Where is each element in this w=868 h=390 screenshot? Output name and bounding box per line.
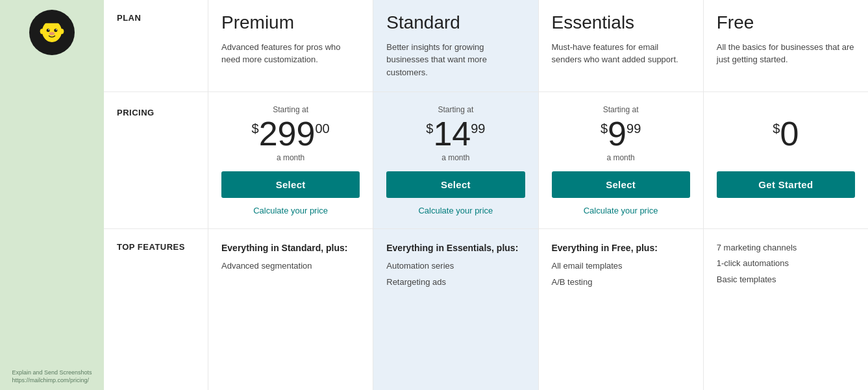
premium-plan-desc: Advanced features for pros who need more… xyxy=(221,41,360,66)
essentials-starting-at: Starting at xyxy=(603,105,639,114)
free-feature-0: 7 marketing channels xyxy=(717,242,855,254)
free-plan-desc: All the basics for businesses that are j… xyxy=(717,41,855,66)
premium-price-period: a month xyxy=(277,153,304,162)
premium-header: Premium Advanced features for pros who n… xyxy=(208,0,373,91)
premium-pricing: Starting at $ 299 00 a month Select Calc… xyxy=(208,92,373,228)
svg-point-0 xyxy=(42,21,62,42)
standard-feature-0: Automation series xyxy=(386,260,525,272)
main-layout: Explain and Send Screenshotshttps://mail… xyxy=(0,0,868,390)
top-features-label-text: TOP FEATURES xyxy=(117,242,185,252)
standard-features: Everything in Essentials, plus: Automati… xyxy=(373,229,538,390)
free-pricing: Starting at $ 0 a month Get Started xyxy=(703,92,868,228)
svg-point-1 xyxy=(47,29,50,32)
essentials-features-heading: Everything in Free, plus: xyxy=(552,242,690,254)
free-get-started-button[interactable]: Get Started xyxy=(717,171,855,198)
free-feature-1: 1-click automations xyxy=(717,258,855,269)
standard-plan-name: Standard xyxy=(386,13,525,33)
plan-row-label: PLAN xyxy=(104,0,208,91)
svg-point-5 xyxy=(49,32,55,35)
features-row: TOP FEATURES Everything in Standard, plu… xyxy=(104,229,868,390)
svg-rect-9 xyxy=(45,18,58,23)
essentials-price-period: a month xyxy=(606,153,634,162)
standard-price-cents: 99 xyxy=(471,122,485,135)
pricing-table: PLAN Premium Advanced features for pros … xyxy=(104,0,868,390)
essentials-plan-desc: Must-have features for email senders who… xyxy=(552,41,690,66)
standard-calc-link[interactable]: Calculate your price xyxy=(418,206,493,215)
premium-feature-0: Advanced segmentation xyxy=(221,260,360,272)
premium-dollar: $ xyxy=(252,122,259,135)
essentials-feature-0: All email templates xyxy=(552,260,690,272)
premium-price-main: 299 xyxy=(259,117,316,151)
essentials-calc-link[interactable]: Calculate your price xyxy=(584,206,658,215)
standard-starting-at: Starting at xyxy=(438,105,474,114)
header-row: PLAN Premium Advanced features for pros … xyxy=(104,0,868,92)
features-row-label: TOP FEATURES xyxy=(104,229,208,390)
pricing-content: PLAN Premium Advanced features for pros … xyxy=(104,0,868,390)
essentials-feature-1: A/B testing xyxy=(552,276,690,288)
pricing-row: PRICING Starting at $ 299 00 a month Sel… xyxy=(104,92,868,229)
logo-container xyxy=(26,6,78,58)
svg-point-2 xyxy=(54,29,57,32)
premium-features: Everything in Standard, plus: Advanced s… xyxy=(208,229,373,390)
free-features: 7 marketing channels 1-click automations… xyxy=(703,229,868,390)
premium-features-heading: Everything in Standard, plus: xyxy=(221,242,360,254)
svg-point-6 xyxy=(40,29,45,34)
free-dollar: $ xyxy=(773,122,780,135)
standard-price-display: $ 14 99 xyxy=(426,117,485,151)
essentials-price-display: $ 9 99 xyxy=(601,117,641,151)
logo-circle xyxy=(29,10,75,55)
standard-price-main: 14 xyxy=(433,117,471,151)
standard-price-period: a month xyxy=(441,153,469,162)
pricing-label-text: PRICING xyxy=(117,108,155,117)
standard-features-heading: Everything in Essentials, plus: xyxy=(386,242,525,254)
standard-select-button[interactable]: Select xyxy=(386,171,525,198)
pricing-row-label: PRICING xyxy=(104,92,208,228)
svg-point-4 xyxy=(56,29,57,30)
svg-point-3 xyxy=(48,29,49,30)
mailchimp-logo-icon xyxy=(36,16,68,49)
free-feature-2: Basic templates xyxy=(717,274,855,286)
essentials-plan-name: Essentials xyxy=(552,13,690,33)
essentials-price-main: 9 xyxy=(608,117,626,151)
essentials-features: Everything in Free, plus: All email temp… xyxy=(538,229,703,390)
premium-select-button[interactable]: Select xyxy=(221,171,360,198)
essentials-header: Essentials Must-have features for email … xyxy=(538,0,703,91)
free-price-main: 0 xyxy=(780,117,799,151)
premium-starting-at: Starting at xyxy=(273,105,308,114)
standard-header: Standard Better insights for growing bus… xyxy=(373,0,538,91)
sidebar-footer: Explain and Send Screenshotshttps://mail… xyxy=(6,362,97,390)
free-header: Free All the basics for businesses that … xyxy=(703,0,868,91)
standard-pricing: Starting at $ 14 99 a month Select Calcu… xyxy=(373,92,538,228)
essentials-select-button[interactable]: Select xyxy=(552,171,690,198)
standard-feature-1: Retargeting ads xyxy=(386,276,525,288)
premium-price-display: $ 299 00 xyxy=(252,117,330,151)
standard-dollar: $ xyxy=(426,122,433,135)
free-plan-name: Free xyxy=(717,13,855,33)
premium-price-cents: 00 xyxy=(315,122,329,135)
premium-plan-name: Premium xyxy=(221,13,360,33)
essentials-price-cents: 99 xyxy=(626,122,641,135)
free-price-display: $ 0 xyxy=(773,117,799,151)
premium-calc-link[interactable]: Calculate your price xyxy=(253,206,328,215)
standard-plan-desc: Better insights for growing businesses t… xyxy=(386,41,525,79)
sidebar-footer-text: Explain and Send Screenshotshttps://mail… xyxy=(12,369,92,385)
sidebar: Explain and Send Screenshotshttps://mail… xyxy=(0,0,104,390)
plan-label-text: PLAN xyxy=(117,13,141,23)
essentials-dollar: $ xyxy=(601,122,608,135)
essentials-pricing: Starting at $ 9 99 a month Select Calcul… xyxy=(538,92,703,228)
svg-point-7 xyxy=(60,29,64,34)
